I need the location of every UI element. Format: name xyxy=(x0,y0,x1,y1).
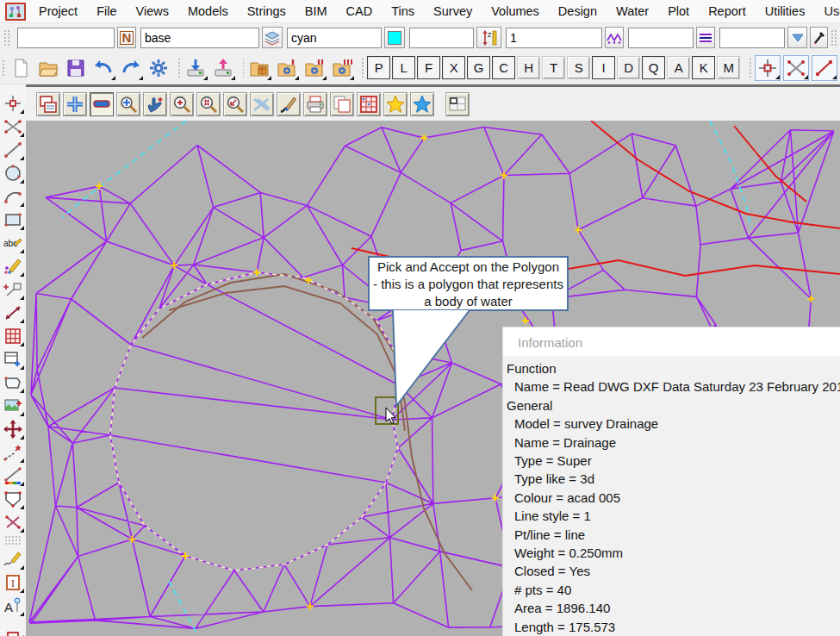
favourites-blue-button[interactable] xyxy=(410,92,434,116)
create-point-symbol-button[interactable] xyxy=(1,277,24,301)
create-circle-button[interactable] xyxy=(1,161,24,184)
snap-toggle-h[interactable]: H xyxy=(517,56,540,79)
snap-toggle-i[interactable]: I xyxy=(592,56,615,79)
save-project-button[interactable] xyxy=(64,55,88,81)
utility-set-3-button[interactable] xyxy=(330,55,354,81)
toolbar-grip[interactable] xyxy=(2,59,5,77)
menu-views[interactable]: Views xyxy=(127,2,178,21)
menu-models[interactable]: Models xyxy=(178,2,238,21)
menu-user[interactable]: User xyxy=(814,2,840,21)
menu-survey[interactable]: Survey xyxy=(424,2,482,21)
tin-input[interactable] xyxy=(628,28,694,48)
justify-toggle-button[interactable]: N xyxy=(117,27,136,48)
zoom-out-button[interactable] xyxy=(90,92,114,116)
redraw-off-button[interactable] xyxy=(250,92,274,116)
create-polygon-button[interactable] xyxy=(1,371,24,394)
cross-snap-mode-button[interactable] xyxy=(783,55,809,81)
eyedropper-button[interactable] xyxy=(810,27,828,48)
crossing-breaklines-button[interactable] xyxy=(1,115,24,138)
symbol-dropdown-button[interactable] xyxy=(787,27,807,48)
snap-toggle-f[interactable]: F xyxy=(417,56,440,79)
snap-toggle-x[interactable]: X xyxy=(442,56,465,79)
menu-project[interactable]: Project xyxy=(29,2,87,21)
snap-toggle-g[interactable]: G xyxy=(467,56,490,79)
copy-view-button[interactable] xyxy=(330,92,354,116)
create-point-button[interactable] xyxy=(1,91,24,115)
menu-design[interactable]: Design xyxy=(549,2,607,21)
plot-view-button[interactable] xyxy=(303,92,327,116)
insert-image-button[interactable] xyxy=(1,394,24,417)
zoom-previous-button[interactable] xyxy=(223,92,247,116)
create-shield-polygon-button[interactable] xyxy=(1,487,24,510)
snap-toggle-m[interactable]: M xyxy=(717,56,740,79)
toolbar-grip[interactable] xyxy=(3,29,11,47)
partial-tool-button[interactable] xyxy=(1,617,24,636)
utility-set-1-button[interactable] xyxy=(275,55,299,81)
import-data-button[interactable] xyxy=(184,55,208,81)
app-icon[interactable] xyxy=(5,2,26,21)
snap-toggle-l[interactable]: L xyxy=(392,56,415,79)
view-settings-grid-button[interactable] xyxy=(357,92,381,116)
utility-set-2-button[interactable] xyxy=(302,55,327,81)
zoom-in-button[interactable] xyxy=(63,92,87,116)
linestyle-picker-button[interactable] xyxy=(696,27,715,48)
snap-toggle-d[interactable]: D xyxy=(617,56,640,79)
redo-button[interactable] xyxy=(119,55,143,81)
snap-toggle-t[interactable]: T xyxy=(542,56,565,79)
zoom-all-button[interactable] xyxy=(196,92,221,116)
extend-line-button[interactable] xyxy=(1,440,24,464)
snap-toggle-k[interactable]: K xyxy=(692,56,715,79)
segment-snap-mode-button[interactable] xyxy=(812,55,837,81)
create-line-button[interactable] xyxy=(1,138,24,161)
snap-toggle-q[interactable]: Q xyxy=(642,56,665,79)
create-grid-button[interactable] xyxy=(1,324,24,347)
create-symbol-button[interactable] xyxy=(1,254,24,277)
freehand-draw-button[interactable] xyxy=(1,547,24,571)
project-tree-button[interactable] xyxy=(247,55,271,81)
colour-input[interactable] xyxy=(287,28,382,48)
model-input[interactable] xyxy=(140,28,259,48)
menu-report[interactable]: Report xyxy=(699,2,756,21)
model-picker-button[interactable] xyxy=(262,27,283,48)
menu-volumes[interactable]: Volumes xyxy=(482,2,549,21)
snap-toggle-p[interactable]: P xyxy=(367,56,390,79)
menu-plot[interactable]: Plot xyxy=(658,2,699,21)
delete-element-button[interactable] xyxy=(1,510,24,533)
view-layout-button[interactable] xyxy=(445,92,470,116)
settings-button[interactable] xyxy=(146,55,171,81)
zoom-window-button[interactable] xyxy=(170,92,194,116)
colour-swatch-button[interactable] xyxy=(384,27,405,48)
redraw-brush-button[interactable] xyxy=(277,92,301,116)
weight-input[interactable] xyxy=(506,28,602,48)
snap-toggle-c[interactable]: C xyxy=(492,56,515,79)
insert-interface-box-button[interactable]: I xyxy=(1,571,24,594)
snap-toggle-s[interactable]: S xyxy=(567,56,590,79)
menu-cad[interactable]: CAD xyxy=(337,2,383,21)
toolbar-grip[interactable] xyxy=(831,29,838,47)
label-points-button[interactable]: A xyxy=(1,594,24,617)
new-project-button[interactable] xyxy=(9,55,33,81)
menu-water[interactable]: Water xyxy=(607,2,658,21)
snap-toggle-a[interactable]: A xyxy=(667,56,690,79)
translate-button[interactable] xyxy=(1,417,24,440)
menu-file[interactable]: File xyxy=(87,2,126,21)
create-text-button[interactable]: abc xyxy=(1,231,24,254)
height-picker-button[interactable]: z xyxy=(476,27,501,48)
menu-bim[interactable]: BIM xyxy=(296,2,337,21)
zoom-extents-button[interactable] xyxy=(116,92,140,116)
point-snap-mode-button[interactable] xyxy=(755,55,781,81)
measure-distance-button[interactable] xyxy=(1,301,24,324)
create-view-window-button[interactable] xyxy=(1,347,24,371)
favourites-yellow-button[interactable] xyxy=(383,92,408,116)
edit-colour-line-button[interactable] xyxy=(1,464,24,487)
tin-picker-button[interactable] xyxy=(605,27,624,48)
tile-views-button[interactable] xyxy=(36,92,60,116)
menu-tins[interactable]: Tins xyxy=(382,2,424,21)
open-project-button[interactable] xyxy=(36,55,60,81)
symbol-input[interactable] xyxy=(719,28,785,48)
height-input[interactable] xyxy=(409,28,474,48)
export-data-button[interactable] xyxy=(211,55,235,81)
menu-utilities[interactable]: Utilities xyxy=(756,2,815,21)
undo-button[interactable] xyxy=(91,55,115,81)
pan-button[interactable] xyxy=(143,92,167,116)
